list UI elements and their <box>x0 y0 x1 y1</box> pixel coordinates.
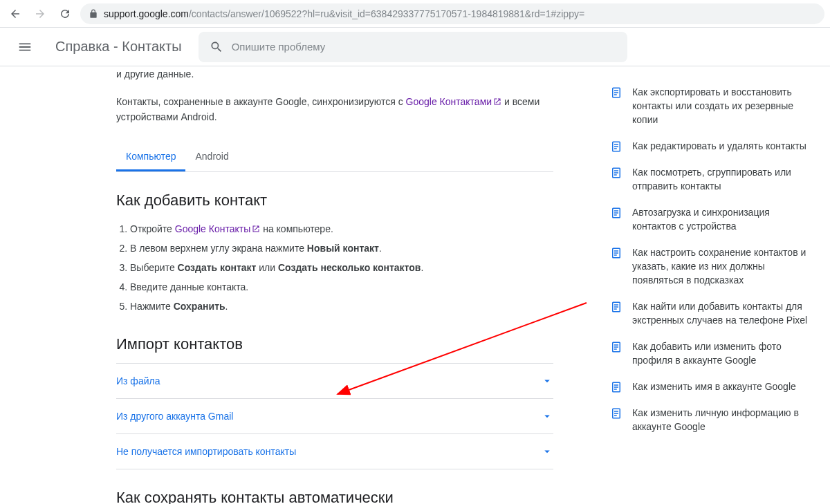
heading-import: Импорт контактов <box>116 335 553 353</box>
article-icon <box>610 140 622 153</box>
chevron-down-icon <box>541 445 553 458</box>
product-title: Справка - Контакты <box>55 39 182 55</box>
back-icon <box>9 8 21 20</box>
lock-icon <box>89 9 98 19</box>
address-bar[interactable]: support.google.com/contacts/answer/10695… <box>80 3 824 24</box>
intro-text-2: Контакты, сохраненные в аккаунте Google,… <box>116 94 553 124</box>
back-button[interactable] <box>6 4 25 24</box>
google-contacts-link[interactable]: Google Контактами <box>406 96 502 107</box>
article-icon <box>610 86 622 99</box>
tab-computer[interactable]: Компьютер <box>116 141 185 171</box>
platform-tabs: Компьютер Android <box>116 141 553 172</box>
sidebar-item[interactable]: Как редактировать и удалять контакты <box>610 133 813 159</box>
tab-android[interactable]: Android <box>185 141 238 171</box>
import-accordion: Из файла Из другого аккаунта Gmail Не по… <box>116 363 553 469</box>
reload-icon <box>59 8 71 20</box>
article-icon <box>610 167 622 179</box>
accordion-cant-import[interactable]: Не получается импортировать контакты <box>116 434 553 469</box>
article-icon <box>610 407 622 420</box>
sidebar-item[interactable]: Как найти или добавить контакты для экст… <box>610 293 813 333</box>
article-icon <box>610 207 622 219</box>
sidebar-item[interactable]: Как изменить личную информацию в аккаунт… <box>610 400 813 440</box>
chevron-down-icon <box>541 375 553 387</box>
search-input[interactable] <box>232 41 616 53</box>
google-contacts-link-2[interactable]: Google Контакты <box>175 223 261 234</box>
step-5: Нажмите Сохранить. <box>130 297 553 316</box>
accordion-from-file[interactable]: Из файла <box>116 364 553 398</box>
search-icon <box>210 40 223 54</box>
forward-button[interactable] <box>30 4 50 24</box>
menu-icon <box>17 39 33 55</box>
step-3: Выберите Создать контакт или Создать нес… <box>130 258 553 277</box>
search-box[interactable] <box>199 32 627 62</box>
article-icon <box>610 247 622 259</box>
url-text: support.google.com/contacts/answer/10695… <box>104 8 584 19</box>
external-link-icon <box>252 225 260 233</box>
article-icon <box>610 381 622 393</box>
heading-autosave: Как сохранять контакты автоматически <box>116 489 553 504</box>
sidebar-item[interactable]: Автозагрузка и синхронизация контактов с… <box>610 199 813 239</box>
accordion-from-gmail[interactable]: Из другого аккаунта Gmail <box>116 399 553 433</box>
related-articles-sidebar: Как экспортировать и восстановить контак… <box>603 66 830 504</box>
sidebar-item[interactable]: Как изменить имя в аккаунте Google <box>610 373 813 400</box>
sidebar-item[interactable]: Как добавить или изменить фото профиля в… <box>610 333 813 373</box>
step-2: В левом верхнем углу экрана нажмите Новы… <box>130 239 553 258</box>
sidebar-item[interactable]: Как настроить сохранение контактов и ука… <box>610 239 813 293</box>
reload-button[interactable] <box>55 4 75 24</box>
step-1: Откройте Google Контакты на компьютере. <box>130 219 553 239</box>
article-icon <box>610 301 622 313</box>
article-icon <box>610 341 622 353</box>
forward-icon <box>34 8 46 20</box>
sidebar-item[interactable]: Как экспортировать и восстановить контак… <box>610 79 813 133</box>
intro-text-1: и другие данные. <box>116 66 553 82</box>
external-link-icon <box>493 97 501 106</box>
heading-add-contact: Как добавить контакт <box>116 192 553 209</box>
step-4: Введите данные контакта. <box>130 277 553 297</box>
chevron-down-icon <box>541 410 553 422</box>
add-contact-steps: Откройте Google Контакты на компьютере. … <box>116 219 553 316</box>
main-menu-button[interactable] <box>11 33 39 61</box>
sidebar-item[interactable]: Как посмотреть, сгруппировать или отправ… <box>610 159 813 199</box>
